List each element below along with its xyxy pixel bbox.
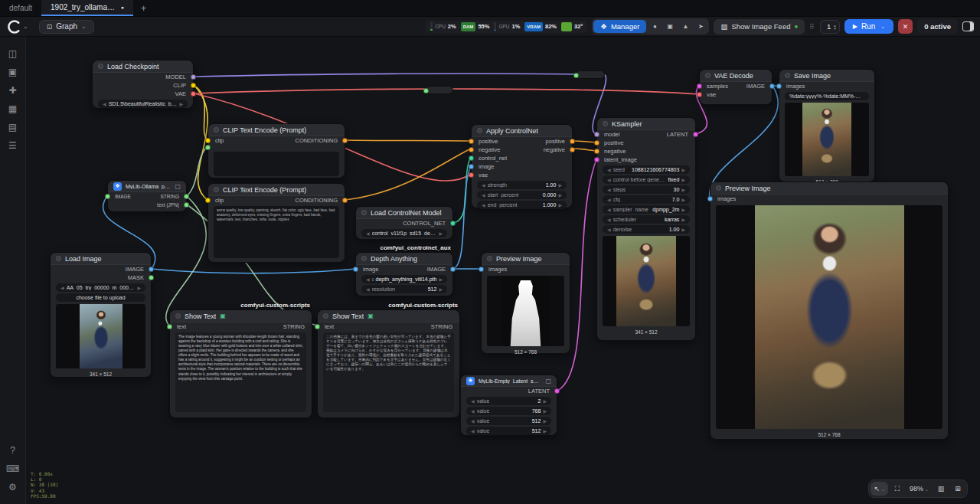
collapse-dot-icon[interactable] xyxy=(716,185,721,191)
cancel-button[interactable]: ✕ xyxy=(898,19,913,34)
node-empty-latent-select[interactable]: ❖MyLib-Empty_Latent_select3▢ LATENT ◀val… xyxy=(460,375,557,436)
vae-output-port[interactable] xyxy=(191,91,196,97)
upload-button[interactable]: choose file to upload xyxy=(56,293,145,302)
prompt-textarea[interactable] xyxy=(214,152,339,176)
collapse-dot-icon[interactable] xyxy=(487,256,492,261)
control-net-output-port[interactable] xyxy=(450,221,456,226)
steps-widget[interactable]: ◀steps30▶ xyxy=(603,185,690,194)
text-input-port[interactable] xyxy=(167,324,172,329)
clip-input-port[interactable] xyxy=(205,198,211,203)
images-input-port[interactable] xyxy=(479,267,484,272)
sampler-name-widget[interactable]: ◀sampler_namedpmpp_2m▶ xyxy=(603,205,690,214)
show-image-feed-button[interactable]: ▨ Show Image Feed ● xyxy=(714,19,805,34)
image-input-port[interactable] xyxy=(469,164,474,169)
conditioning-output-port[interactable] xyxy=(342,138,348,143)
node-clip-text-encode-negative[interactable]: CLIP Text Encode (Prompt) clipCONDITIONI… xyxy=(207,183,345,263)
batch-count-stepper[interactable]: 1 ▴▾ xyxy=(820,20,840,34)
collapse-dot-icon[interactable] xyxy=(56,256,61,261)
positive-input-port[interactable] xyxy=(594,140,599,146)
conditioning-output-port[interactable] xyxy=(342,198,348,203)
collapse-dot-icon[interactable] xyxy=(214,187,219,192)
image-output-port[interactable] xyxy=(769,83,775,89)
node-load-controlnet-model[interactable]: Load ControlNet Model CONTROL_NET ◀contr… xyxy=(355,206,453,240)
ckpt-name-widget[interactable]: ◀SD1.5\beautifulRealistic_brav5 ...▶ xyxy=(98,100,188,108)
sidebar-item-assets[interactable]: ▣ xyxy=(4,63,22,81)
pointer-tool-button[interactable]: ↖⌄ xyxy=(871,482,888,496)
sidebar-item-queue[interactable]: ☰ xyxy=(4,136,22,155)
vae-input-port[interactable] xyxy=(469,172,474,178)
image-output-port[interactable] xyxy=(149,267,154,272)
fit-view-button[interactable]: ⛶ xyxy=(890,482,905,496)
positive-output-port[interactable] xyxy=(570,139,575,144)
image-input-port[interactable] xyxy=(353,267,358,272)
node-load-image[interactable]: Load Image IMAGE MASK ◀AA_05_try_00000_m… xyxy=(50,252,152,378)
text-input-port[interactable] xyxy=(205,145,211,150)
share-icon-button[interactable]: ➤ xyxy=(694,20,707,33)
clip-output-port[interactable] xyxy=(191,83,196,88)
prompt-textarea[interactable]: worst quality, low quality, painting, sk… xyxy=(214,206,339,258)
control-net-input-port[interactable] xyxy=(469,155,474,161)
grid-toggle-button[interactable]: ▥ xyxy=(933,482,949,496)
node-ollama-prompt[interactable]: ❖MyLib-Ollama_prompt...▢ IMAGESTRING tex… xyxy=(107,180,187,212)
status-dot-icon-button[interactable]: ● xyxy=(648,20,662,33)
images-input-port[interactable] xyxy=(776,83,782,89)
negative-output-port[interactable] xyxy=(570,147,575,152)
collapse-dot-icon[interactable] xyxy=(361,210,367,215)
node-preview-image-depth[interactable]: Preview Image images 512 × 768 xyxy=(481,252,570,354)
value-widget-3[interactable]: ◀value512▶ xyxy=(466,417,551,425)
model-input-port[interactable] xyxy=(594,132,599,137)
node-preview-image-final[interactable]: Preview Image images 512 × 768 xyxy=(710,182,949,440)
expand-icon[interactable]: ▢ xyxy=(545,378,551,385)
controlnet-name-widget[interactable]: ◀control_v11f1p_sd15_depth_fp16 ...▶ xyxy=(361,229,447,237)
run-button[interactable]: ▶ Run ⌄ xyxy=(844,19,893,34)
resolution-widget[interactable]: ◀resolution512▶ xyxy=(361,285,447,293)
clip-input-port[interactable] xyxy=(205,138,211,143)
widget-left-icon[interactable]: ◀ xyxy=(60,285,64,290)
reroute-port[interactable] xyxy=(423,88,429,93)
filename-prefix-widget[interactable]: %date:yyyy%-%date:MM%-% ... xyxy=(785,92,869,100)
node-save-image[interactable]: Save Image images %date:yyyy%-%date:MM%-… xyxy=(779,69,875,182)
ckpt-widget[interactable]: ◀ckpt ...depth_anything_vitl14.pth▶ xyxy=(361,275,447,283)
node-depth-anything[interactable]: comfyui_controlnet_aux Depth Anything im… xyxy=(355,252,453,296)
sidebar-item-model-library[interactable]: ▦ xyxy=(4,100,22,118)
string-output-port[interactable] xyxy=(184,194,189,199)
collapse-dot-icon[interactable] xyxy=(603,121,608,126)
graph-canvas[interactable]: Load Checkpoint MODEL CLIP VAE ◀SD1.5\be… xyxy=(0,0,980,504)
reroute-port[interactable] xyxy=(573,73,579,78)
node-ksampler[interactable]: KSampler modelLATENT positive negative l… xyxy=(596,117,696,341)
value-widget-1[interactable]: ◀value2▶ xyxy=(466,397,551,405)
sidebar-item-terminal[interactable]: ⌨ xyxy=(4,460,22,478)
comfyui-logo[interactable]: ⌄ xyxy=(8,20,28,34)
denoise-widget[interactable]: ◀denoise1.00▶ xyxy=(603,225,690,234)
latent-image-input-port[interactable] xyxy=(594,157,599,162)
node-show-text-english[interactable]: comfyui-custom-scripts Show Text▣ textST… xyxy=(169,309,312,418)
image-input-port[interactable] xyxy=(105,194,110,199)
widget-right-icon[interactable]: ▶ xyxy=(179,101,183,106)
manager-button[interactable]: ❖Manager xyxy=(593,20,646,33)
sidebar-item-workflows[interactable]: ◫ xyxy=(4,44,22,63)
model-output-port[interactable] xyxy=(191,74,196,80)
zoom-level-button[interactable]: 98%⌄ xyxy=(906,482,932,496)
collapse-dot-icon[interactable] xyxy=(214,127,219,133)
collapse-dot-icon[interactable] xyxy=(323,313,328,319)
value-widget-4[interactable]: ◀value512▶ xyxy=(466,427,551,435)
tab-active-workflow[interactable]: 1902_try_ollama_de...● xyxy=(41,0,133,16)
collapse-dot-icon[interactable] xyxy=(705,73,710,78)
node-clip-text-encode-positive[interactable]: CLIP Text Encode (Prompt) clipCONDITIONI… xyxy=(207,123,345,178)
step-down-icon[interactable]: ▾ xyxy=(834,27,836,30)
collapse-dot-icon[interactable] xyxy=(477,128,482,133)
sidebar-item-templates[interactable]: ▤ xyxy=(4,118,22,136)
cfg-widget[interactable]: ◀cfg7.0▶ xyxy=(603,195,690,204)
collapse-dot-icon[interactable] xyxy=(98,64,103,69)
drag-handle[interactable]: ⠿ xyxy=(809,23,815,31)
text-input-port[interactable] xyxy=(315,324,320,329)
tab-default[interactable]: default xyxy=(0,0,41,16)
missing-nodes-icon-button[interactable]: ▲ xyxy=(678,20,692,33)
custom-nodes-icon-button[interactable]: ▣ xyxy=(663,20,677,33)
widget-right-icon[interactable]: ▶ xyxy=(137,285,141,290)
collapse-dot-icon[interactable] xyxy=(361,256,367,261)
negative-input-port[interactable] xyxy=(594,149,599,154)
end-percent-widget[interactable]: ◀end_percent1.000▶ xyxy=(477,201,567,209)
expand-icon[interactable]: ▢ xyxy=(175,183,181,190)
negative-input-port[interactable] xyxy=(469,147,474,152)
